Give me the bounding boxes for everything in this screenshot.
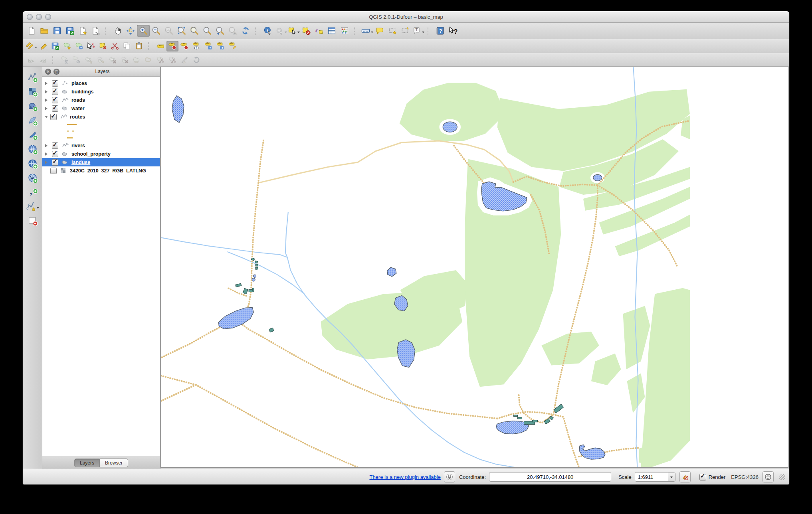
panel-float-icon[interactable]: ▢ [53, 69, 59, 75]
layer-visibility-checkbox[interactable] [52, 89, 58, 95]
add-delimited-text-layer-button[interactable]: , [25, 185, 40, 199]
collapse-icon[interactable] [45, 116, 48, 120]
layer-tree[interactable]: placesbuildingsroadswaterroutesriverssch… [42, 77, 160, 457]
plugin-indicator-icon[interactable] [444, 471, 455, 482]
new-bookmark-button[interactable] [386, 25, 399, 37]
layer-label[interactable]: school_property [71, 151, 111, 157]
zoom-in-button[interactable] [137, 25, 150, 37]
whats-this-button[interactable]: ? [447, 25, 459, 37]
layer-item-landuse[interactable]: landuse [42, 158, 160, 166]
title-bar[interactable]: QGIS 2.0.1-Dufour – basic_map [23, 11, 789, 23]
move-feature-button[interactable] [73, 41, 85, 51]
dropdown-arrow-icon[interactable] [297, 32, 300, 34]
open-project-button[interactable] [38, 25, 51, 37]
toggle-editing-button[interactable] [37, 41, 49, 51]
expand-icon[interactable] [45, 152, 49, 156]
new-plugin-link[interactable]: There is a new plugin available [369, 474, 441, 480]
tab-layers[interactable]: Layers [74, 459, 100, 467]
stop-rendering-button[interactable] [679, 471, 691, 482]
layer-label[interactable]: buildings [71, 89, 94, 95]
change-label-properties-button[interactable]: abc [226, 41, 238, 51]
add-wms-layer-button[interactable]: WMS [25, 142, 40, 156]
layer-item-rivers[interactable]: rivers [42, 141, 160, 150]
coordinate-input[interactable] [489, 472, 611, 482]
scale-combo[interactable]: 1:6911 [635, 472, 675, 482]
map-canvas[interactable] [160, 67, 788, 468]
zoom-last-button[interactable] [214, 25, 226, 37]
dropdown-arrow-icon[interactable] [371, 32, 373, 34]
tab-browser[interactable]: Browser [100, 459, 128, 467]
layer-label[interactable]: roads [71, 97, 85, 103]
add-wcs-layer-button[interactable] [25, 156, 40, 170]
zoom-full-extent-button[interactable] [175, 25, 188, 37]
show-bookmarks-button[interactable] [399, 25, 412, 37]
expand-icon[interactable] [45, 82, 49, 85]
labeling-button[interactable]: abc [154, 41, 166, 51]
paste-features-button[interactable] [133, 41, 145, 51]
dropdown-arrow-icon[interactable] [37, 207, 39, 210]
layer-label[interactable]: routes [70, 114, 85, 120]
deselect-all-button[interactable] [300, 25, 313, 37]
pan-to-selection-button[interactable] [124, 25, 137, 37]
layer-visibility-checkbox[interactable] [52, 151, 58, 157]
layer-item-roads[interactable]: roads [42, 96, 160, 104]
layer-item-buildings[interactable]: buildings [42, 87, 160, 96]
crs-status-button[interactable] [762, 471, 774, 482]
zoom-to-selection-button[interactable] [188, 25, 201, 37]
layer-item-routes[interactable]: routes [42, 113, 160, 121]
layer-label[interactable]: water [71, 106, 85, 111]
layer-visibility-checkbox[interactable] [52, 159, 58, 166]
add-vector-layer-button[interactable] [25, 70, 40, 84]
delete-selected-button[interactable] [97, 41, 109, 51]
refresh-map-button[interactable] [239, 25, 252, 37]
scale-dropdown-icon[interactable] [668, 472, 675, 481]
measure-line-button[interactable] [360, 25, 373, 37]
expand-icon[interactable] [45, 99, 49, 102]
add-spatialite-layer-button[interactable] [25, 113, 40, 127]
select-by-expression-button[interactable]: ε [313, 25, 325, 37]
remove-layer-button[interactable] [25, 214, 40, 228]
add-postgis-layer-button[interactable] [25, 99, 40, 113]
layer-item-water[interactable]: water [42, 104, 160, 113]
help-contents-button[interactable]: ? [434, 25, 447, 37]
save-project-as-button[interactable] [63, 25, 76, 37]
add-wfs-layer-button[interactable] [25, 170, 40, 185]
dropdown-arrow-icon[interactable] [35, 47, 37, 49]
save-layer-edits-button[interactable] [49, 41, 61, 51]
save-project-button[interactable] [51, 25, 63, 37]
new-project-button[interactable] [25, 25, 38, 37]
layer-item-school_property[interactable]: school_property [42, 150, 160, 158]
expand-icon[interactable] [45, 161, 49, 164]
add-mssql-layer-button[interactable] [25, 127, 40, 142]
highlight-pinned-labels-button[interactable]: ab [178, 41, 190, 51]
identify-features-button[interactable]: i [261, 25, 274, 37]
layer-label[interactable]: rivers [71, 143, 85, 148]
new-shapefile-layer-button[interactable] [25, 199, 40, 214]
layer-visibility-checkbox[interactable] [52, 80, 58, 87]
layer-label[interactable]: places [71, 81, 87, 86]
new-print-composer-button[interactable] [76, 25, 89, 37]
expand-icon[interactable] [45, 107, 49, 110]
node-tool-button[interactable] [85, 41, 97, 51]
open-attribute-table-button[interactable] [325, 25, 338, 37]
current-edits-button[interactable] [25, 41, 37, 51]
layer-item-places[interactable]: places [42, 79, 160, 87]
copy-features-button[interactable] [121, 41, 133, 51]
composer-manager-button[interactable] [89, 25, 102, 37]
add-feature-button[interactable] [61, 41, 73, 51]
text-annotation-button[interactable]: T [412, 25, 424, 37]
panel-close-icon[interactable]: ✕ [45, 69, 51, 75]
add-raster-layer-button[interactable] [25, 84, 40, 99]
zoom-to-layer-button[interactable] [201, 25, 214, 37]
select-features-button[interactable] [287, 25, 300, 37]
zoom-out-button[interactable] [150, 25, 162, 37]
move-label-button[interactable]: abc [202, 41, 214, 51]
show-hide-labels-button[interactable]: abc [190, 41, 202, 51]
map-tips-button[interactable] [373, 25, 386, 37]
render-checkbox[interactable] [699, 474, 706, 480]
layer-item-3420C_2010_327_RGB_LATLNG[interactable]: 3420C_2010_327_RGB_LATLNG [42, 166, 160, 175]
expand-icon[interactable] [45, 90, 49, 93]
rotate-label-button[interactable]: abc [214, 41, 226, 51]
layer-visibility-checkbox[interactable] [52, 97, 58, 103]
layer-label[interactable]: landuse [71, 160, 90, 165]
